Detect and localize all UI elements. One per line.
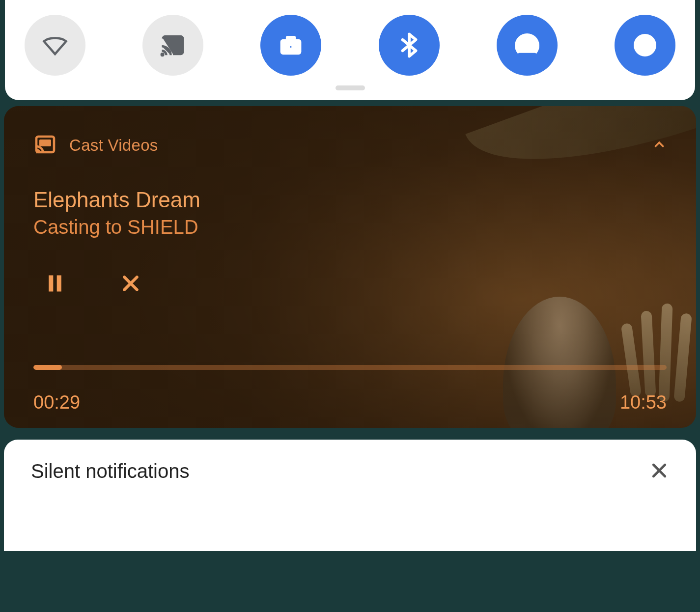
panel-expand-handle[interactable] <box>25 85 675 90</box>
progress-bar[interactable] <box>33 365 667 370</box>
elapsed-time: 00:29 <box>33 392 80 413</box>
media-subtitle: Casting to SHIELD <box>33 216 667 238</box>
silent-notifications-section[interactable]: Silent notifications <box>4 440 696 551</box>
dnd-toggle[interactable] <box>615 15 675 76</box>
silent-notifications-label: Silent notifications <box>31 460 189 482</box>
stop-casting-button[interactable] <box>120 273 141 296</box>
quick-settings-row <box>25 15 675 76</box>
svg-rect-9 <box>57 276 61 292</box>
bluetooth-icon <box>396 32 422 58</box>
media-app-name: Cast Videos <box>69 136 158 155</box>
svg-rect-6 <box>39 139 51 146</box>
duration-time: 10:53 <box>620 392 667 413</box>
media-title: Elephants Dream <box>33 188 667 212</box>
quick-settings-panel <box>5 0 695 100</box>
hotspot-toggle[interactable] <box>497 15 558 76</box>
work-profile-toggle[interactable] <box>260 15 321 76</box>
hotspot-icon <box>514 32 540 58</box>
clear-silent-button[interactable] <box>649 461 669 482</box>
cast-icon <box>160 32 186 58</box>
cast-connected-icon <box>33 133 57 158</box>
work-profile-icon <box>278 32 304 58</box>
pause-icon <box>44 273 66 294</box>
cast-toggle[interactable] <box>142 15 203 76</box>
svg-point-7 <box>36 152 38 154</box>
drag-handle-icon <box>336 85 365 90</box>
media-controls <box>33 273 667 296</box>
progress-container: 00:29 10:53 <box>33 365 667 413</box>
pause-button[interactable] <box>44 273 66 296</box>
collapse-button[interactable] <box>652 137 667 154</box>
do-not-disturb-icon <box>632 32 658 58</box>
wifi-toggle[interactable] <box>25 15 85 76</box>
bluetooth-toggle[interactable] <box>379 15 440 76</box>
svg-rect-8 <box>49 276 53 292</box>
close-icon <box>649 461 669 480</box>
media-notification[interactable]: Cast Videos Elephants Dream Casting to S… <box>4 106 696 428</box>
close-icon <box>120 273 141 294</box>
wifi-icon <box>42 32 68 58</box>
svg-point-1 <box>290 46 292 48</box>
chevron-up-icon <box>652 137 667 152</box>
media-header: Cast Videos <box>33 133 667 158</box>
progress-fill <box>33 365 62 370</box>
svg-point-0 <box>162 54 164 56</box>
